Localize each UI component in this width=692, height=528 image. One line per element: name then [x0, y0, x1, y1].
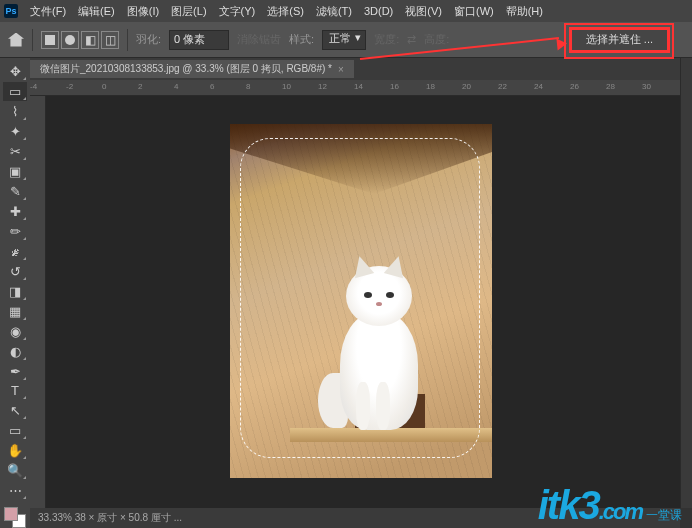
lasso-tool[interactable]: ⌇ [3, 102, 27, 121]
options-bar: ◧ ◫ 羽化: 消除锯齿 样式: 正常 宽度: ⇄ 高度: 选择并遮住 ... [0, 22, 692, 58]
ruler-tick: 18 [426, 82, 435, 91]
document-tab-title: 微信图片_20210308133853.jpg @ 33.3% (图层 0 拷贝… [40, 62, 332, 76]
ruler-tick: 10 [282, 82, 291, 91]
ruler-tick: 8 [246, 82, 250, 91]
height-label: 高度: [424, 32, 449, 47]
tool-panel: ✥▭⌇✦✂▣✎✚✏⸙↺◨▦◉◐✒T↖▭✋🔍⋯ [0, 58, 30, 528]
cat-ear [350, 254, 374, 278]
eyedropper-tool[interactable]: ✎ [3, 182, 27, 201]
cat-eye [364, 292, 372, 298]
healing-tool[interactable]: ✚ [3, 202, 27, 221]
style-label: 样式: [289, 32, 314, 47]
ruler-tick: 12 [318, 82, 327, 91]
ruler-tick: 2 [138, 82, 142, 91]
magic-wand-tool[interactable]: ✦ [3, 122, 27, 141]
cat-eye [386, 292, 394, 298]
selection-mode-group: ◧ ◫ [41, 31, 119, 49]
document-tab[interactable]: 微信图片_20210308133853.jpg @ 33.3% (图层 0 拷贝… [30, 60, 354, 78]
ruler-tick: 30 [642, 82, 651, 91]
pen-tool[interactable]: ✒ [3, 362, 27, 381]
style-select[interactable]: 正常 [322, 30, 366, 50]
ruler-tick: 16 [390, 82, 399, 91]
intersect-selection-icon[interactable]: ◫ [101, 31, 119, 49]
marquee-tool[interactable]: ▭ [3, 82, 27, 101]
brush-tool[interactable]: ✏ [3, 222, 27, 241]
menu-image[interactable]: 图像(I) [121, 4, 165, 19]
dodge-tool[interactable]: ◐ [3, 342, 27, 361]
status-bar: 33.33% 38 × 原寸 × 50.8 厘寸 ... [30, 508, 680, 528]
add-selection-icon[interactable] [61, 31, 79, 49]
cat-leg [356, 382, 370, 430]
ruler-tick: 28 [606, 82, 615, 91]
cat-leg [376, 382, 390, 430]
menu-type[interactable]: 文字(Y) [213, 4, 262, 19]
ruler-tick: 24 [534, 82, 543, 91]
hand-tool[interactable]: ✋ [3, 441, 27, 460]
crop-tool[interactable]: ✂ [3, 142, 27, 161]
image-shelf [290, 428, 492, 442]
menu-3d[interactable]: 3D(D) [358, 5, 399, 17]
ruler-tick: 22 [498, 82, 507, 91]
document-image [230, 124, 492, 478]
status-text: 33.33% 38 × 原寸 × 50.8 厘寸 ... [38, 511, 182, 525]
eraser-tool[interactable]: ◨ [3, 282, 27, 301]
menu-filter[interactable]: 滤镜(T) [310, 4, 358, 19]
feather-input[interactable] [169, 30, 229, 50]
edit-toolbar[interactable]: ⋯ [3, 481, 27, 500]
subtract-selection-icon[interactable]: ◧ [81, 31, 99, 49]
shape-tool[interactable]: ▭ [3, 421, 27, 440]
ruler-tick: 20 [462, 82, 471, 91]
color-swatches[interactable] [4, 507, 26, 528]
ruler-tick: 26 [570, 82, 579, 91]
width-label: 宽度: [374, 32, 399, 47]
separator [127, 29, 128, 51]
move-tool[interactable]: ✥ [3, 62, 27, 81]
type-tool[interactable]: T [3, 382, 27, 401]
cat-nose [376, 302, 382, 306]
document-tab-bar: 微信图片_20210308133853.jpg @ 33.3% (图层 0 拷贝… [0, 58, 692, 80]
menu-help[interactable]: 帮助(H) [500, 4, 549, 19]
cat-head [346, 266, 412, 326]
menu-select[interactable]: 选择(S) [261, 4, 310, 19]
separator [32, 29, 33, 51]
ruler-tick: 0 [102, 82, 106, 91]
menu-view[interactable]: 视图(V) [399, 4, 448, 19]
menu-layer[interactable]: 图层(L) [165, 4, 212, 19]
gradient-tool[interactable]: ▦ [3, 302, 27, 321]
ruler-tick: -2 [66, 82, 73, 91]
cat-ear [384, 254, 408, 278]
path-tool[interactable]: ↖ [3, 401, 27, 420]
image-cat [318, 255, 438, 430]
ruler-tick: 14 [354, 82, 363, 91]
antialias-label: 消除锯齿 [237, 32, 281, 47]
app-logo: Ps [4, 4, 18, 18]
vertical-ruler[interactable] [30, 96, 46, 508]
menu-edit[interactable]: 编辑(E) [72, 4, 121, 19]
link-icon: ⇄ [407, 33, 416, 46]
new-selection-icon[interactable] [41, 31, 59, 49]
ruler-tick: 4 [174, 82, 178, 91]
ruler-tick: 6 [210, 82, 214, 91]
close-tab-icon[interactable]: × [338, 64, 344, 75]
menu-bar: Ps 文件(F) 编辑(E) 图像(I) 图层(L) 文字(Y) 选择(S) 滤… [0, 0, 692, 22]
blur-tool[interactable]: ◉ [3, 322, 27, 341]
stamp-tool[interactable]: ⸙ [3, 242, 27, 261]
ruler-tick: -4 [30, 82, 37, 91]
feather-label: 羽化: [136, 32, 161, 47]
zoom-tool[interactable]: 🔍 [3, 461, 27, 480]
history-brush-tool[interactable]: ↺ [3, 262, 27, 281]
foreground-color[interactable] [4, 507, 18, 521]
home-icon[interactable] [8, 33, 24, 47]
horizontal-ruler[interactable]: -4 -2 0 2 4 6 8 10 12 14 16 18 20 22 24 … [30, 80, 680, 96]
canvas-workspace[interactable] [46, 96, 680, 508]
menu-window[interactable]: 窗口(W) [448, 4, 500, 19]
select-and-mask-button[interactable]: 选择并遮住 ... [571, 29, 668, 51]
frame-tool[interactable]: ▣ [3, 162, 27, 181]
right-panel-collapsed[interactable] [680, 58, 692, 508]
menu-file[interactable]: 文件(F) [24, 4, 72, 19]
